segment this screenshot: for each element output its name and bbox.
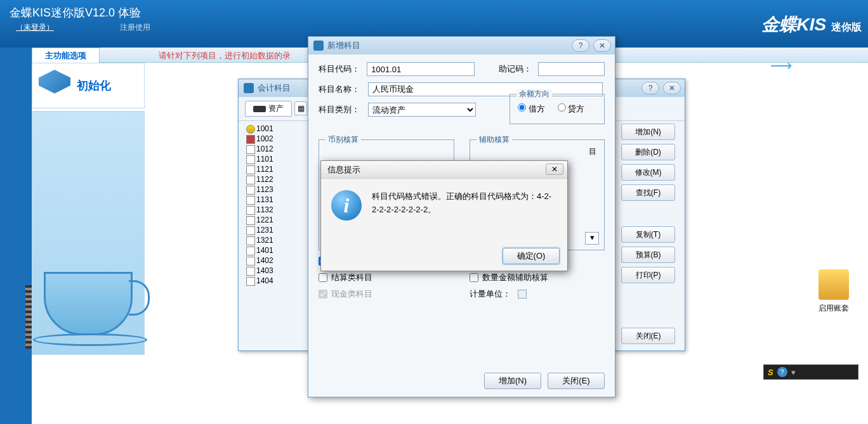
unit-label: 计量单位： [470, 288, 514, 300]
mnemo-label: 助记码： [499, 63, 533, 75]
tree-item[interactable]: 1012 [245, 144, 302, 154]
print-button[interactable]: 打印(P) [621, 267, 675, 283]
cash-checkbox [319, 290, 327, 299]
tree-item[interactable]: 1002 [245, 134, 302, 144]
info-icon: i [331, 190, 362, 221]
close-acct-button[interactable]: 关闭(E) [621, 328, 675, 344]
login-status-link[interactable]: （未登录） [16, 22, 54, 33]
tab-asset[interactable]: 资产 [245, 101, 292, 117]
qty-checkbox[interactable] [470, 273, 478, 282]
tab-more[interactable]: ▦ [294, 101, 307, 115]
tree-item[interactable]: 1221 [245, 215, 302, 225]
init-box[interactable]: 初始化 [32, 63, 145, 108]
app-title: 金蝶KIS迷你版V12.0 体验 [10, 5, 858, 20]
modify-button[interactable]: 修改(M) [621, 164, 675, 181]
name-label: 科目名称： [319, 84, 363, 95]
msgbox-close-button[interactable]: ✕ [546, 164, 563, 175]
enable-account-icon [819, 269, 849, 300]
status-dropdown-icon[interactable]: ▾ [791, 368, 796, 377]
tree-item[interactable]: 1321 [245, 235, 302, 245]
help-button[interactable]: ? [572, 39, 589, 52]
action-buttons: 增加(N) 删除(D) 修改(M) 查找(F) 复制(T) 预算(B) 打印(P… [621, 124, 675, 348]
copy-button[interactable]: 复制(T) [621, 226, 675, 243]
status-help-icon[interactable]: ? [777, 367, 787, 377]
tree-item[interactable]: 1404 [245, 276, 302, 286]
delete-button[interactable]: 删除(D) [621, 144, 675, 160]
enable-account-label: 启用账套 [819, 303, 849, 314]
init-icon [39, 70, 70, 101]
add-dialog-title: 新增科目 ? ✕ [308, 37, 615, 55]
car-icon [253, 106, 266, 112]
tree-item[interactable]: 1001 [245, 124, 302, 134]
enable-account-panel[interactable]: 启用账套 [819, 269, 849, 314]
balance-direction-group: 余额方向 借方 贷方 [510, 94, 605, 124]
tree-item[interactable]: 1123 [245, 184, 302, 195]
instruction-text: 请针对下列项目，进行初始数据的录 [159, 50, 291, 61]
init-title: 初始化 [77, 78, 111, 93]
aux-legend: 辅助核算 [477, 134, 512, 145]
help-button[interactable]: ? [641, 82, 659, 94]
left-handle[interactable] [25, 285, 32, 349]
code-label: 科目代码： [319, 63, 362, 75]
tree-item[interactable]: 1132 [245, 205, 302, 215]
window-icon [244, 83, 254, 93]
dialog-close-button[interactable]: 关闭(E) [548, 373, 605, 389]
msgbox-title: 信息提示 ✕ [321, 161, 567, 179]
tree-item[interactable]: 1402 [245, 255, 302, 266]
msgbox-ok-button[interactable]: 确定(O) [503, 248, 560, 264]
close-button[interactable]: ✕ [593, 39, 611, 52]
find-button[interactable]: 查找(F) [621, 184, 675, 201]
subject-tree[interactable]: 1001100210121101112111221123113111321221… [245, 124, 302, 333]
type-label: 科目类别： [319, 104, 363, 115]
register-link[interactable]: 注册使用 [120, 23, 150, 32]
add-button[interactable]: 增加(N) [621, 124, 675, 140]
status-s-icon: S [768, 368, 773, 377]
tree-item[interactable]: 1131 [245, 195, 302, 205]
tree-item[interactable]: 1121 [245, 164, 302, 174]
arrow-icon: ⟶ [770, 57, 792, 75]
tree-item[interactable]: 1231 [245, 225, 302, 235]
unit-input [518, 290, 527, 299]
code-input[interactable] [367, 62, 475, 76]
close-button[interactable]: ✕ [663, 82, 681, 94]
decorative-image [32, 111, 145, 355]
status-widget[interactable]: S ? ▾ [763, 364, 858, 380]
balance-legend: 余额方向 [516, 89, 552, 100]
dialog-add-button[interactable]: 增加(N) [484, 373, 541, 389]
type-select[interactable]: 流动资产 [368, 103, 476, 117]
currency-legend: 币别核算 [326, 134, 361, 145]
tree-item[interactable]: 1401 [245, 245, 302, 255]
tree-item[interactable]: 1122 [245, 174, 302, 184]
sidebar: 初始化 [32, 63, 145, 399]
window-icon [313, 41, 324, 51]
tree-item[interactable]: 1101 [245, 154, 302, 164]
mnemo-input[interactable] [538, 62, 605, 76]
credit-radio[interactable]: 贷方 [558, 103, 585, 115]
tab-main-options[interactable]: 主功能选项 [32, 48, 100, 63]
debit-radio[interactable]: 借方 [518, 103, 545, 115]
brand-logo: 金蝶KIS 迷你版 [761, 13, 862, 37]
budget-button[interactable]: 预算(B) [621, 247, 675, 263]
tree-item[interactable]: 1403 [245, 266, 302, 276]
settle-checkbox[interactable] [319, 273, 327, 282]
aux-dropdown[interactable]: ▾ [585, 232, 599, 245]
message-box: 信息提示 ✕ i 科目代码格式错误。正确的科目代码格式为：4-2-2-2-2-2… [320, 160, 568, 271]
msgbox-text: 科目代码格式错误。正确的科目代码格式为：4-2-2-2-2-2-2-2-2-2。 [372, 190, 557, 217]
